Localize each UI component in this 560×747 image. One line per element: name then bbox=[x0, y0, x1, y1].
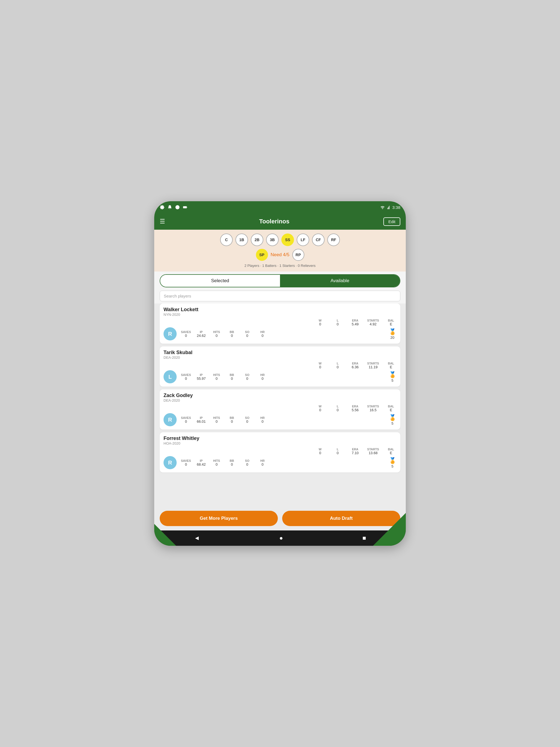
player-team: DEA-2020 bbox=[163, 356, 397, 360]
pos-c[interactable]: C bbox=[220, 233, 233, 246]
settings-icon bbox=[160, 205, 164, 210]
svg-rect-5 bbox=[388, 207, 388, 209]
stat-ip: IP 68.42 bbox=[196, 459, 207, 466]
rp-badge[interactable]: RP bbox=[292, 249, 304, 261]
status-right: 3:38 bbox=[380, 205, 400, 210]
wifi-icon bbox=[380, 205, 385, 209]
edit-button[interactable]: Edit bbox=[383, 217, 400, 226]
stat-bb: BB 0 bbox=[226, 330, 237, 338]
nav-home-button[interactable]: ● bbox=[277, 532, 286, 544]
player-coins: 🏅 5 bbox=[388, 457, 397, 468]
menu-button[interactable]: ☰ bbox=[160, 218, 165, 225]
player-avatar: R bbox=[163, 456, 177, 469]
battery-icon bbox=[183, 205, 187, 210]
stat-bal: BAL E bbox=[385, 405, 397, 412]
player-card[interactable]: Forrest Whitley HOA-2020 W 0 L 0 ERA 7.1… bbox=[160, 432, 400, 472]
status-bar: 3:38 bbox=[154, 201, 406, 213]
stat-so: SO 0 bbox=[242, 373, 253, 381]
get-more-players-button[interactable]: Get More Players bbox=[160, 511, 278, 526]
pos-2b[interactable]: 2B bbox=[251, 233, 263, 246]
stat-starts: STARTS 4.92 bbox=[367, 319, 379, 326]
position-row: C 1B 2B 3B SS LF CF RF bbox=[220, 233, 340, 246]
player-avatar: R bbox=[163, 413, 177, 426]
pos-3b[interactable]: 3B bbox=[266, 233, 279, 246]
stat-saves: SAVES 0 bbox=[180, 373, 192, 381]
stat-hr: HR 0 bbox=[257, 330, 268, 338]
player-coins: 🏅 20 bbox=[388, 328, 397, 340]
pos-lf[interactable]: LF bbox=[297, 233, 309, 246]
player-avatar: R bbox=[163, 327, 177, 340]
stat-w: W 0 bbox=[315, 319, 326, 326]
player-name: Forrest Whitley bbox=[163, 436, 397, 441]
stat-w: W 0 bbox=[315, 447, 326, 455]
stat-bal: BAL E bbox=[385, 362, 397, 369]
stat-hr: HR 0 bbox=[257, 373, 268, 381]
stat-so: SO 0 bbox=[242, 459, 253, 466]
stat-starts: STARTS 13.68 bbox=[367, 447, 379, 455]
player-name: Walker Lockett bbox=[163, 307, 397, 312]
stat-hits: HITS 0 bbox=[211, 459, 222, 466]
circle-icon bbox=[175, 205, 180, 210]
player-coins: 🏅 5 bbox=[388, 414, 397, 426]
nav-recent-button[interactable]: ■ bbox=[360, 532, 368, 544]
stat-l: L 0 bbox=[332, 362, 343, 369]
pos-1b[interactable]: 1B bbox=[235, 233, 248, 246]
stat-era: ERA 5.49 bbox=[350, 319, 361, 326]
stat-saves: SAVES 0 bbox=[180, 416, 192, 423]
summary-row: 2 Players · 1 Batters · 1 Starters · 0 R… bbox=[245, 264, 315, 269]
app-header: ☰ Toolerinos Edit bbox=[154, 213, 406, 230]
player-card[interactable]: Walker Lockett NYN-2020 W 0 L 0 ERA 5.49… bbox=[160, 304, 400, 344]
player-card[interactable]: Zack Godley DEA-2020 W 0 L 0 ERA 5.56 ST… bbox=[160, 389, 400, 430]
signal-icon bbox=[387, 205, 390, 209]
player-team: NYN-2020 bbox=[163, 312, 397, 317]
player-avatar: L bbox=[163, 370, 177, 383]
sp-badge[interactable]: SP bbox=[256, 249, 268, 261]
device-frame: 3:38 ☰ Toolerinos Edit C 1B 2B 3B SS LF … bbox=[154, 201, 406, 546]
svg-rect-6 bbox=[388, 206, 389, 209]
stat-so: SO 0 bbox=[242, 330, 253, 338]
notification-icon bbox=[167, 205, 172, 210]
pos-cf[interactable]: CF bbox=[312, 233, 325, 246]
player-team: HOA-2020 bbox=[163, 441, 397, 445]
stat-era: ERA 6.36 bbox=[350, 362, 361, 369]
player-card[interactable]: Tarik Skubal DEA-2020 W 0 L 0 ERA 6.36 S… bbox=[160, 346, 400, 387]
search-bar[interactable]: Search players bbox=[160, 291, 400, 301]
player-team: DEA-2020 bbox=[163, 398, 397, 403]
svg-rect-4 bbox=[387, 208, 388, 209]
stat-bb: BB 0 bbox=[226, 459, 237, 466]
auto-draft-button[interactable]: Auto Draft bbox=[282, 511, 400, 526]
stat-l: L 0 bbox=[332, 405, 343, 412]
stat-so: SO 0 bbox=[242, 416, 253, 423]
pos-ss[interactable]: SS bbox=[281, 233, 294, 246]
svg-rect-2 bbox=[183, 206, 187, 208]
tab-row: Selected Available bbox=[160, 274, 400, 287]
stat-l: L 0 bbox=[332, 319, 343, 326]
stat-w: W 0 bbox=[315, 405, 326, 412]
status-icons bbox=[160, 205, 187, 210]
need-text: Need 4/5 bbox=[271, 252, 289, 258]
stat-ip: IP 24.62 bbox=[196, 330, 207, 338]
tab-selected[interactable]: Selected bbox=[160, 275, 280, 287]
pos-rf[interactable]: RF bbox=[327, 233, 340, 246]
player-list: Walker Lockett NYN-2020 W 0 L 0 ERA 5.49… bbox=[154, 304, 406, 506]
stat-saves: SAVES 0 bbox=[180, 459, 192, 466]
svg-point-1 bbox=[176, 205, 180, 209]
stat-starts: STARTS 11.19 bbox=[367, 362, 379, 369]
stat-ip: IP 66.01 bbox=[196, 416, 207, 423]
need-row: SP Need 4/5 RP bbox=[256, 249, 304, 261]
stat-bal: BAL E bbox=[385, 319, 397, 326]
tab-available[interactable]: Available bbox=[280, 275, 400, 287]
position-bar: C 1B 2B 3B SS LF CF RF SP Need 4/5 RP 2 … bbox=[154, 230, 406, 272]
stat-saves: SAVES 0 bbox=[180, 330, 192, 338]
bottom-buttons: Get More Players Auto Draft bbox=[154, 506, 406, 531]
stat-era: ERA 7.10 bbox=[350, 447, 361, 455]
nav-back-button[interactable]: ◄ bbox=[191, 532, 203, 544]
app-title: Toolerinos bbox=[165, 218, 383, 225]
stat-starts: STARTS 16.5 bbox=[367, 405, 379, 412]
stat-hits: HITS 0 bbox=[211, 416, 222, 423]
stat-hr: HR 0 bbox=[257, 459, 268, 466]
stat-bb: BB 0 bbox=[226, 416, 237, 423]
player-name: Zack Godley bbox=[163, 393, 397, 398]
stat-hr: HR 0 bbox=[257, 416, 268, 423]
stat-era: ERA 5.56 bbox=[350, 405, 361, 412]
